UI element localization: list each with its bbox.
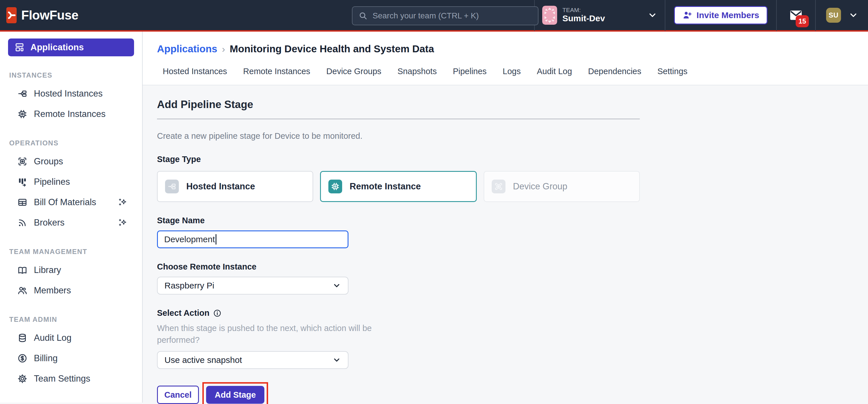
rss-icon bbox=[17, 218, 28, 228]
search-input[interactable] bbox=[373, 11, 532, 20]
invite-members-label: Invite Members bbox=[696, 10, 759, 20]
select-action-help: When this stage is pushed to the next, w… bbox=[157, 322, 375, 346]
top-navbar: FlowFuse bbox=[0, 0, 868, 32]
breadcrumb: Applications › Monitoring Device Health … bbox=[157, 43, 854, 55]
team-search[interactable] bbox=[352, 6, 538, 25]
sidebar-item-library[interactable]: Library bbox=[8, 260, 134, 280]
tab-hosted-instances[interactable]: Hosted Instances bbox=[163, 67, 227, 76]
team-selector[interactable]: TEAM: Sumit-Dev bbox=[535, 6, 664, 25]
search-icon bbox=[358, 11, 368, 21]
sidebar-item-billing[interactable]: Billing bbox=[8, 348, 134, 368]
form-description: Create a new pipeline stage for Device t… bbox=[157, 131, 854, 141]
stage-type-label: Stage Type bbox=[157, 154, 854, 164]
text-cursor bbox=[216, 234, 216, 244]
remote-instance-select[interactable]: Raspberry Pi bbox=[157, 277, 348, 294]
page-header: Applications › Monitoring Device Health … bbox=[143, 32, 868, 85]
breadcrumb-separator: › bbox=[222, 44, 225, 55]
sidebar-item-groups[interactable]: Groups bbox=[8, 151, 134, 172]
tab-settings[interactable]: Settings bbox=[657, 67, 687, 76]
click-highlight: Add Stage bbox=[203, 382, 268, 404]
sidebar-item-label: Billing bbox=[34, 353, 132, 364]
action-value: Use active snapshot bbox=[164, 355, 242, 365]
stage-type-option-label: Hosted Instance bbox=[186, 181, 255, 192]
stage-type-remote-instance[interactable]: Remote Instance bbox=[320, 171, 477, 202]
tab-snapshots[interactable]: Snapshots bbox=[398, 67, 437, 76]
sparkles-icon bbox=[117, 218, 127, 228]
stage-name-input[interactable]: Development bbox=[157, 230, 348, 248]
team-name: Sumit-Dev bbox=[562, 13, 605, 24]
chevron-down-icon bbox=[332, 356, 341, 364]
add-stage-button[interactable]: Add Stage bbox=[206, 386, 265, 404]
select-action-label: Select Action bbox=[157, 308, 854, 318]
breadcrumb-applications-link[interactable]: Applications bbox=[157, 43, 217, 55]
user-chevron-down-icon[interactable] bbox=[848, 10, 858, 20]
chevron-down-icon bbox=[332, 281, 341, 290]
sidebar-item-label: Library bbox=[34, 265, 132, 275]
stage-name-value: Development bbox=[164, 234, 215, 244]
device-group-icon bbox=[492, 180, 505, 193]
team-chevron-down-icon[interactable] bbox=[648, 10, 657, 20]
flowfuse-logo[interactable]: FlowFuse bbox=[6, 7, 79, 23]
title-divider bbox=[157, 119, 640, 119]
person-plus-icon bbox=[682, 10, 693, 20]
sidebar-section-title: TEAM MANAGEMENT bbox=[9, 248, 134, 256]
sparkles-icon bbox=[117, 197, 127, 207]
page-title: Monitoring Device Health and System Data bbox=[229, 43, 434, 55]
sidebar-item-label: Pipelines bbox=[34, 177, 132, 187]
user-menu[interactable]: SU bbox=[816, 8, 861, 23]
notifications-button[interactable]: 15 bbox=[789, 9, 803, 21]
device-group-icon bbox=[17, 156, 28, 167]
stage-type-device-group: Device Group bbox=[484, 171, 640, 202]
sidebar-item-label: Hosted Instances bbox=[34, 88, 132, 99]
sidebar-item-remote-instances[interactable]: Remote Instances bbox=[8, 104, 134, 124]
stage-type-option-label: Device Group bbox=[513, 181, 567, 192]
notification-badge: 15 bbox=[796, 15, 809, 27]
stage-name-label: Stage Name bbox=[157, 216, 854, 225]
tab-device-groups[interactable]: Device Groups bbox=[327, 67, 381, 76]
gear-icon bbox=[17, 374, 28, 384]
sidebar-item-members[interactable]: Members bbox=[8, 280, 134, 300]
flowfuse-logo-icon bbox=[6, 7, 17, 23]
sidebar-item-pipelines[interactable]: Pipelines bbox=[8, 172, 134, 192]
invite-members-button[interactable]: Invite Members bbox=[674, 6, 768, 24]
sidebar-section-title: OPERATIONS bbox=[9, 139, 134, 147]
choose-remote-instance-label: Choose Remote Instance bbox=[157, 262, 854, 271]
stage-type-option-label: Remote Instance bbox=[350, 181, 421, 192]
select-action-label-text: Select Action bbox=[157, 308, 210, 318]
sidebar-item-label: Members bbox=[34, 285, 132, 296]
sidebar-item-label: Groups bbox=[34, 156, 132, 167]
tab-audit-log[interactable]: Audit Log bbox=[537, 67, 572, 76]
sidebar-item-label: Team Settings bbox=[34, 374, 132, 384]
sidebar-item-audit-log[interactable]: Audit Log bbox=[8, 327, 134, 348]
tab-logs[interactable]: Logs bbox=[503, 67, 521, 76]
tab-remote-instances[interactable]: Remote Instances bbox=[243, 67, 310, 76]
cancel-button[interactable]: Cancel bbox=[157, 385, 199, 404]
sidebar-item-bill-of-materials[interactable]: Bill Of Materials bbox=[8, 192, 134, 212]
nav-divider bbox=[665, 0, 665, 31]
sidebar-item-label: Remote Instances bbox=[34, 109, 132, 119]
sidebar-item-label: Audit Log bbox=[34, 333, 132, 343]
sidebar-item-hosted-instances[interactable]: Hosted Instances bbox=[8, 83, 134, 104]
sidebar-item-team-settings[interactable]: Team Settings bbox=[8, 368, 134, 389]
sidebar-item-applications[interactable]: Applications bbox=[8, 38, 134, 56]
action-select[interactable]: Use active snapshot bbox=[157, 351, 348, 369]
team-avatar bbox=[542, 6, 557, 25]
chip-icon bbox=[329, 180, 342, 193]
database-icon bbox=[17, 333, 28, 343]
book-icon bbox=[17, 265, 28, 275]
info-icon[interactable] bbox=[213, 309, 222, 318]
sidebar-item-label: Applications bbox=[30, 42, 84, 53]
sidebar-item-brokers[interactable]: Brokers bbox=[8, 212, 134, 233]
brand-name: FlowFuse bbox=[21, 8, 79, 22]
add-pipeline-stage-form: Add Pipeline Stage Create a new pipeline… bbox=[143, 85, 868, 404]
sidebar: Applications INSTANCES Hosted Instances bbox=[0, 32, 143, 403]
nav-divider bbox=[776, 0, 777, 31]
remote-instance-value: Raspberry Pi bbox=[164, 281, 214, 290]
users-icon bbox=[17, 285, 28, 296]
form-title: Add Pipeline Stage bbox=[157, 98, 854, 111]
stage-type-options: Hosted Instance Remote Instance bbox=[157, 171, 640, 202]
tab-dependencies[interactable]: Dependencies bbox=[588, 67, 641, 76]
stage-type-hosted-instance[interactable]: Hosted Instance bbox=[157, 171, 313, 202]
tab-pipelines[interactable]: Pipelines bbox=[453, 67, 487, 76]
tab-bar: Hosted Instances Remote Instances Device… bbox=[157, 67, 854, 85]
